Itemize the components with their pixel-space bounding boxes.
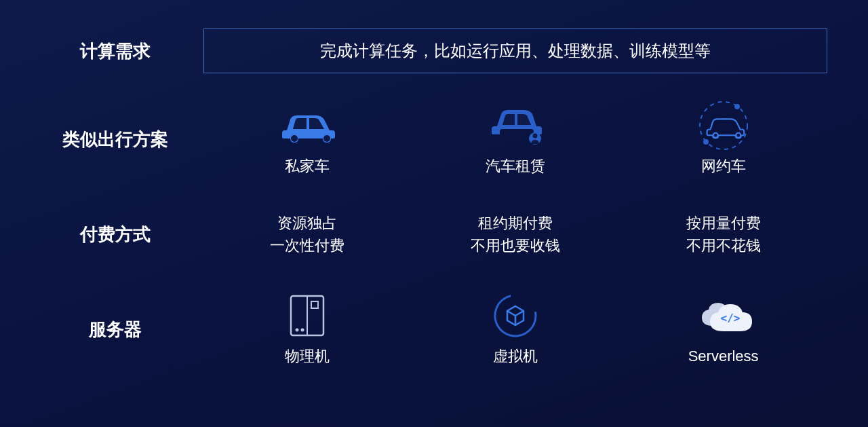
svg-point-8	[736, 133, 741, 138]
travel-cell-private-car: 私家车	[203, 102, 412, 177]
payment-cell-1: 资源独占 一次性付费	[203, 212, 412, 257]
svg-point-5	[734, 104, 740, 109]
svg-point-0	[291, 135, 298, 142]
serverless-cloud-icon: </>	[692, 293, 755, 341]
payment-cell-2: 租约期付费 不用也要收钱	[412, 212, 620, 257]
travel-cell-rental: 汽车租赁	[412, 102, 620, 177]
payment-2-line1: 租约期付费	[471, 212, 560, 234]
svg-rect-11	[311, 301, 318, 308]
payment-3-line2: 不用不花钱	[686, 234, 761, 257]
payment-cell-3: 按用量付费 不用不花钱	[619, 212, 827, 257]
payment-3-line1: 按用量付费	[686, 212, 761, 234]
car-rental-icon	[485, 102, 546, 149]
payment-2-line2: 不用也要收钱	[471, 234, 560, 257]
svg-point-13	[301, 329, 304, 332]
row-label-travel: 类似出行方案	[27, 128, 203, 151]
payment-1-line2: 一次性付费	[270, 234, 344, 257]
ride-hailing-icon	[691, 102, 756, 149]
server-cell-serverless: </> Serverless	[619, 293, 827, 365]
private-car-icon	[277, 102, 338, 149]
row-label-payment: 付费方式	[27, 223, 203, 246]
svg-point-1	[323, 135, 330, 142]
server-label-serverless: Serverless	[688, 348, 759, 365]
server-cell-vm: 虚拟机	[412, 292, 620, 367]
server-label-vm: 虚拟机	[493, 346, 538, 367]
travel-cell-ridehail: 网约车	[619, 102, 827, 177]
row-label-server: 服务器	[27, 318, 203, 341]
svg-point-12	[296, 329, 299, 332]
demand-description: 完成计算任务，比如运行应用、处理数据、训练模型等	[203, 29, 827, 73]
physical-server-icon	[287, 292, 328, 339]
travel-label-private-car: 私家车	[285, 156, 330, 177]
row-label-demand: 计算需求	[27, 39, 203, 63]
virtual-machine-icon	[490, 292, 541, 339]
svg-point-7	[713, 133, 717, 138]
svg-text:</>: </>	[720, 312, 740, 324]
server-cell-physical: 物理机	[203, 292, 412, 367]
travel-label-ridehail: 网约车	[701, 156, 746, 177]
server-label-physical: 物理机	[285, 346, 330, 367]
comparison-grid: 计算需求 完成计算任务，比如运行应用、处理数据、训练模型等 类似出行方案 私家车…	[0, 0, 868, 427]
svg-point-3	[532, 134, 537, 138]
svg-point-6	[703, 139, 709, 145]
payment-1-line1: 资源独占	[270, 212, 344, 234]
travel-label-rental: 汽车租赁	[486, 156, 545, 177]
